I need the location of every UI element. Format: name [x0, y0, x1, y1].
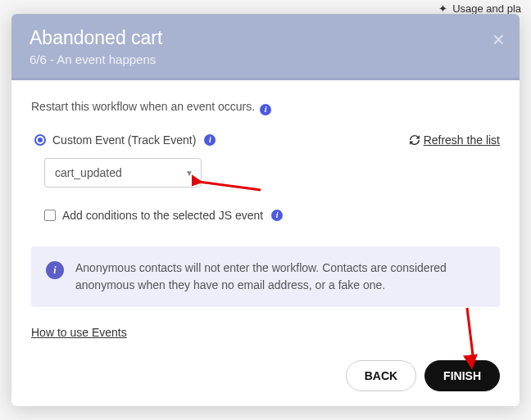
magic-icon: ✦ [438, 2, 447, 15]
checkbox-icon [44, 210, 56, 221]
radio-icon [34, 134, 46, 146]
info-icon[interactable]: i [260, 104, 271, 115]
refresh-list-link[interactable]: Refresh the list [409, 133, 500, 147]
finish-button[interactable]: FINISH [424, 360, 500, 391]
custom-event-label: Custom Event (Track Event) [52, 133, 196, 147]
notice-text: Anonymous contacts will not enter the wo… [75, 260, 485, 294]
refresh-icon [409, 134, 420, 146]
modal-title: Abandoned cart [30, 27, 502, 49]
info-icon[interactable]: i [204, 134, 216, 146]
close-icon[interactable]: × [492, 29, 505, 50]
event-row: Custom Event (Track Event) i Refresh the… [31, 133, 500, 147]
modal-header: Abandoned cart 6/6 - An event happens × [11, 14, 520, 80]
restart-text: Restart this workflow when an event occu… [31, 100, 255, 113]
usage-text: Usage and pla [452, 2, 521, 15]
custom-event-radio[interactable]: Custom Event (Track Event) i [34, 133, 216, 147]
info-icon[interactable]: i [271, 210, 283, 221]
modal-body: Restart this workflow when an event occu… [11, 80, 520, 350]
anonymous-notice: i Anonymous contacts will not enter the … [31, 246, 500, 307]
chevron-down-icon: ▼ [185, 168, 193, 177]
refresh-label: Refresh the list [424, 133, 500, 147]
add-conditions-label: Add conditions to the selected JS event [62, 209, 263, 222]
modal-footer: BACK FINISH [11, 350, 520, 406]
event-select-value: cart_updated [55, 166, 122, 179]
modal-dialog: Abandoned cart 6/6 - An event happens × … [11, 14, 520, 406]
restart-description: Restart this workflow when an event occu… [31, 100, 500, 115]
background-usage-hint: ✦ Usage and pla [438, 2, 521, 15]
modal-subtitle: 6/6 - An event happens [30, 52, 502, 66]
info-icon: i [46, 261, 64, 279]
how-to-use-events-link[interactable]: How to use Events [31, 326, 127, 339]
event-select[interactable]: cart_updated ▼ [44, 158, 202, 187]
add-conditions-checkbox[interactable]: Add conditions to the selected JS event … [44, 209, 500, 222]
back-button[interactable]: BACK [346, 360, 416, 391]
